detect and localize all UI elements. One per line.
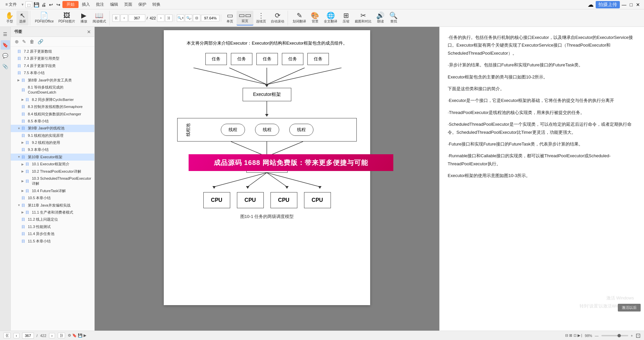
start-button[interactable]: 开始 [62, 1, 79, 8]
tree-item[interactable]: ▶目10.2 ThreadPoolExecutor详解 [11, 168, 94, 175]
tree-item[interactable]: 目7.4 原子更新字段类 [11, 62, 94, 69]
tree-item[interactable]: ▶目11.1 生产者和消费者模式 [11, 209, 94, 216]
tree-item[interactable]: 目8.5 本章小结 [11, 118, 94, 125]
pdf-to-office-btn[interactable]: 📄 PDF转Office [33, 11, 56, 25]
nav-annotation-btn[interactable]: 💬 [1, 51, 10, 60]
svg-line-15 [267, 173, 320, 187]
close-icon[interactable]: ✕ [635, 2, 641, 7]
tree-item[interactable]: ▶目9.2 线程池的使用 [11, 139, 94, 146]
play-btn[interactable]: ▶ 播放 [78, 11, 90, 25]
double-page-icon: ▭▭ [239, 12, 251, 18]
tree-item[interactable]: 目9.3 本章小结 [11, 146, 94, 153]
toolbar-icon-2[interactable]: 💾 [33, 1, 40, 8]
read-mode-btn[interactable]: 📖 阅读模式 [91, 11, 108, 25]
pdf-area[interactable]: 成品源码 1688 网站免费版：带来更多便捷与可能 本文将分两部分来介绍Exec… [95, 27, 439, 331]
bookmark-delete-btn[interactable]: 🗑 [29, 38, 35, 45]
tree-item[interactable]: 目9.1 线程池的实现原理 [11, 132, 94, 139]
tree-item[interactable]: ▶目第8章 Java中的并发工具类 [11, 77, 94, 84]
restore-icon[interactable]: □ [629, 2, 634, 7]
zoom-in-btn[interactable]: 🔍+ [177, 14, 184, 22]
nav-attachment-btn[interactable]: 📎 [1, 62, 10, 71]
menu-annotate[interactable]: 批注 [93, 1, 107, 8]
search-btn[interactable]: 🔍 查找 [387, 11, 400, 25]
nav-bookmark-btn[interactable]: 🔖 [1, 40, 10, 50]
continuous-btn[interactable]: ⋮ 连续页 [254, 11, 268, 25]
status-next-btn[interactable]: › [49, 333, 55, 338]
undo-icon[interactable]: ↩ [48, 1, 54, 8]
zoom-plus-btn[interactable]: + [631, 334, 633, 338]
fit-screen-btn[interactable]: ⊡ [636, 332, 641, 339]
tree-item[interactable]: 目8.1 等待多线程完成的CountDownLatch [11, 84, 94, 96]
auto-scroll-label: 自动滚动 [271, 19, 284, 24]
status-prev-btn[interactable]: ‹ [13, 333, 19, 338]
read-mode-label: 阅读模式 [93, 19, 106, 24]
next-page-btn[interactable]: › [157, 14, 164, 22]
menu-insert[interactable]: 插入 [79, 1, 93, 8]
menu-file[interactable]: ≡ 文件 [3, 1, 19, 8]
compress-btn[interactable]: ⊞ 压缩 [340, 11, 352, 25]
sidebar-close-btn[interactable]: ✕ [87, 29, 91, 35]
tree-item[interactable]: ▶目10.4 FutureTask详解 [11, 187, 94, 194]
auto-scroll-btn[interactable]: ⟳ 自动滚动 [269, 11, 286, 25]
menu-protect[interactable]: 保护 [136, 1, 149, 8]
tree-item-ch9[interactable]: ▼目第9章 Java中的线程池 [11, 125, 94, 132]
tree-item-ch11[interactable]: ▼目第11章 Java并发编程实战 [11, 202, 94, 209]
cloud-icon[interactable]: ☁ [586, 1, 595, 8]
background-btn[interactable]: 🎨 背景 [309, 11, 321, 25]
zoom-slider[interactable] [601, 335, 628, 336]
bookmark-icon: 目 [21, 155, 27, 160]
bookmark-new-btn[interactable]: ⊕ [14, 38, 19, 45]
first-page-btn[interactable]: ⟨⟨ [112, 14, 120, 22]
tree-item[interactable]: 目11.5 本章小结 [11, 238, 94, 245]
upload-btn[interactable]: 拍摄上传 [596, 1, 620, 8]
toolbar-icon-3[interactable]: 🖨 [40, 1, 47, 8]
status-page-input[interactable] [22, 333, 34, 339]
image-icon: 🖼 [63, 12, 70, 19]
tree-item[interactable]: 目7.3 原子更新引用类型 [11, 55, 94, 62]
redo-icon[interactable]: ↪ [55, 1, 62, 8]
full-translate-btn[interactable]: 🌐 全文翻译 [322, 11, 339, 25]
min-icon[interactable]: — [621, 2, 628, 7]
tree-item[interactable]: 目7.5 本章小结 [11, 69, 94, 76]
menu-page[interactable]: 页面 [121, 1, 135, 8]
tree-item[interactable]: ▶目10.1 Executor框架简介 [11, 161, 94, 168]
zoom-input[interactable] [201, 15, 219, 21]
tree-item[interactable]: 目8.3 控制并发线程数的Semaphore [11, 103, 94, 110]
tree-item[interactable]: 目10.5 本章小结 [11, 194, 94, 202]
nav-page-btn[interactable]: ☰ [1, 30, 10, 39]
fit-page-btn[interactable]: ⊡ [193, 14, 200, 22]
toolbar-icon-1[interactable]: ⬚ [26, 1, 32, 8]
crop-btn[interactable]: ✂ 裁图和对比 [353, 11, 374, 25]
tree-item-ch10[interactable]: ▼目第10章 Executor框架 [11, 154, 94, 161]
last-page-btn[interactable]: ⟩⟩ [165, 14, 172, 22]
tree-item[interactable]: ▶目10.3 ScheduledThreadPoolExecutor详解 [11, 175, 94, 187]
tree-item[interactable]: 目8.4 线程间交换数据的Exchanger [11, 111, 94, 118]
tree-item[interactable]: 目11.3 性能测试 [11, 223, 94, 230]
read-btn[interactable]: 🔊 朗读 [374, 11, 387, 25]
view-group: ▭ 单页 ▭▭ 双页 ⋮ 连续页 ⟳ 自动滚动 [222, 11, 288, 25]
tree-item[interactable]: 目11.2 线上问题定位 [11, 216, 94, 223]
menu-convert[interactable]: 转换 [150, 1, 163, 8]
zoom-minus-btn[interactable]: — [595, 334, 599, 338]
hand-tool-btn[interactable]: ✋ 手型 [3, 11, 16, 25]
select-tool-btn[interactable]: ↖ 选择 [16, 11, 29, 25]
bookmark-link-btn[interactable]: 🔗 [37, 38, 44, 45]
translate-mark-btn[interactable]: ✎ 划词翻译 [291, 11, 308, 25]
prev-page-btn[interactable]: ‹ [120, 14, 128, 22]
tree-item[interactable]: 目7.2 原子更新数组 [11, 48, 94, 55]
status-last-btn[interactable]: ⟩⟩ [58, 333, 65, 338]
tree-item[interactable]: ▶目8.2 同步屏障CyclicBarrier [11, 96, 94, 103]
status-first-btn[interactable]: ⟨⟨ [3, 333, 11, 338]
pdf-to-image-btn[interactable]: 🖼 PDF转图片 [56, 11, 77, 25]
menu-edit[interactable]: 编辑 [107, 1, 121, 8]
activate-windows-btn[interactable]: 激活以后 [618, 304, 641, 311]
double-page-btn[interactable]: ▭▭ 双页 [237, 11, 253, 25]
tree-item[interactable]: 目11.4 异步任务池 [11, 230, 94, 237]
page-number-input[interactable] [129, 14, 145, 22]
single-page-btn[interactable]: ▭ 单页 [224, 11, 236, 25]
svg-line-14 [267, 173, 287, 187]
zoom-out-btn[interactable]: 🔍- [185, 14, 192, 22]
thread-box-2: 线程 [255, 124, 279, 136]
sidebar-title: 书签 [14, 29, 22, 35]
bookmark-edit-btn[interactable]: ✎ [21, 38, 27, 45]
